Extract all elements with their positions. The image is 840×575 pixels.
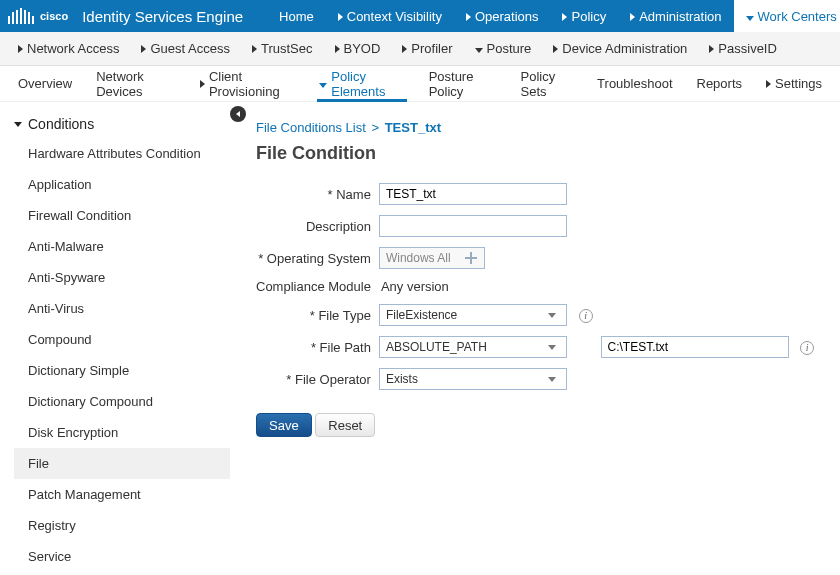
compliance-value: Any version	[379, 279, 449, 294]
topnav-item[interactable]: Operations	[454, 0, 551, 32]
save-button[interactable]: Save	[256, 413, 312, 437]
reset-button[interactable]: Reset	[315, 413, 375, 437]
nav-label: Network Access	[27, 41, 119, 56]
sidebar: Conditions Hardware Attributes Condition…	[0, 102, 240, 575]
nav-label: PassiveID	[718, 41, 777, 56]
subnav-item[interactable]: Device Administration	[553, 41, 687, 56]
sidebar-item[interactable]: Compound	[14, 324, 230, 355]
topnav-item[interactable]: Context Visibility	[326, 0, 454, 32]
chevron-down-icon	[548, 345, 556, 350]
name-input[interactable]	[379, 183, 567, 205]
nav-label: Policy Sets	[521, 69, 574, 99]
sidebar-item[interactable]: Disk Encryption	[14, 417, 230, 448]
chevron-down-icon	[548, 313, 556, 318]
name-label: * Name	[256, 178, 379, 210]
tertiary-nav-item[interactable]: Posture Policy	[429, 66, 497, 101]
caret-right-icon	[553, 41, 562, 56]
sidebar-item[interactable]: Hardware Attributes Condition	[14, 138, 230, 169]
nav-label: Policy	[571, 9, 606, 24]
caret-right-icon	[402, 41, 411, 56]
file-path-value: ABSOLUTE_PATH	[386, 340, 487, 354]
caret-right-icon	[141, 41, 150, 56]
caret-right-icon	[335, 41, 344, 56]
file-operator-value: Exists	[386, 372, 418, 386]
nav-label: Posture Policy	[429, 69, 497, 99]
file-type-value: FileExistence	[386, 308, 457, 322]
top-nav: HomeContext VisibilityOperationsPolicyAd…	[267, 0, 840, 32]
tertiary-nav-item[interactable]: Troubleshoot	[597, 66, 672, 101]
tertiary-nav-item[interactable]: Overview	[18, 66, 72, 101]
subnav-item[interactable]: Network Access	[18, 41, 119, 56]
tertiary-nav-item[interactable]: Policy Sets	[521, 66, 574, 101]
sidebar-item[interactable]: Patch Management	[14, 479, 230, 510]
tertiary-nav-item[interactable]: Settings	[766, 66, 822, 101]
subnav-item[interactable]: PassiveID	[709, 41, 777, 56]
tertiary-nav-bar: OverviewNetwork DevicesClient Provisioni…	[0, 66, 840, 102]
breadcrumb-separator: >	[371, 120, 379, 135]
file-path-select[interactable]: ABSOLUTE_PATH	[379, 336, 567, 358]
description-input[interactable]	[379, 215, 567, 237]
subnav-item[interactable]: Posture	[475, 41, 532, 56]
caret-right-icon	[18, 41, 27, 56]
nav-label: Client Provisioning	[209, 69, 295, 99]
subnav-item[interactable]: Guest Access	[141, 41, 229, 56]
nav-label: Overview	[18, 76, 72, 91]
app-title: Identity Services Engine	[82, 8, 243, 25]
sidebar-list: Hardware Attributes ConditionApplication…	[14, 138, 230, 575]
brand-name: cisco	[40, 10, 68, 22]
caret-right-icon	[338, 9, 347, 24]
nav-label: Context Visibility	[347, 9, 442, 24]
nav-label: Administration	[639, 9, 721, 24]
subnav-item[interactable]: Profiler	[402, 41, 452, 56]
info-icon[interactable]: i	[579, 309, 593, 323]
nav-label: Device Administration	[562, 41, 687, 56]
os-selector[interactable]: Windows All	[379, 247, 485, 269]
button-bar: Save Reset	[256, 413, 824, 437]
breadcrumb-current: TEST_txt	[385, 120, 441, 135]
description-label: Description	[256, 210, 379, 242]
file-operator-select[interactable]: Exists	[379, 368, 567, 390]
caret-down-icon	[746, 9, 758, 24]
info-icon[interactable]: i	[800, 341, 814, 355]
sidebar-item[interactable]: Firewall Condition	[14, 200, 230, 231]
sidebar-item[interactable]: File	[14, 448, 230, 479]
file-type-select[interactable]: FileExistence	[379, 304, 567, 326]
topnav-item[interactable]: Administration	[618, 0, 733, 32]
sidebar-item[interactable]: Dictionary Compound	[14, 386, 230, 417]
sidebar-item[interactable]: Dictionary Simple	[14, 355, 230, 386]
sidebar-item[interactable]: Anti-Spyware	[14, 262, 230, 293]
top-bar: cisco Identity Services Engine HomeConte…	[0, 0, 840, 32]
nav-label: Reports	[697, 76, 743, 91]
sidebar-item[interactable]: Registry	[14, 510, 230, 541]
file-path-input[interactable]	[601, 336, 789, 358]
tertiary-nav-item[interactable]: Client Provisioning	[200, 66, 295, 101]
sidebar-section-title[interactable]: Conditions	[14, 116, 230, 132]
subnav-item[interactable]: BYOD	[335, 41, 381, 56]
topnav-item[interactable]: Policy	[550, 0, 618, 32]
cisco-icon	[8, 8, 34, 24]
topnav-item[interactable]: Home	[267, 0, 326, 32]
sidebar-item[interactable]: Service	[14, 541, 230, 572]
subnav-item[interactable]: TrustSec	[252, 41, 313, 56]
caret-right-icon	[630, 9, 639, 24]
nav-label: TrustSec	[261, 41, 313, 56]
tertiary-nav-item[interactable]: Network Devices	[96, 66, 176, 101]
nav-label: Posture	[487, 41, 532, 56]
breadcrumb-parent-link[interactable]: File Conditions List	[256, 120, 366, 135]
sidebar-item[interactable]: Application	[14, 169, 230, 200]
page-heading: File Condition	[256, 143, 824, 164]
tertiary-nav-item[interactable]: Policy Elements	[319, 66, 404, 101]
file-type-label: * File Type	[256, 299, 379, 331]
os-label: * Operating System	[256, 242, 379, 274]
caret-right-icon	[252, 41, 261, 56]
sidebar-item[interactable]: Anti-Virus	[14, 293, 230, 324]
tertiary-nav-item[interactable]: Reports	[697, 66, 743, 101]
sidebar-item[interactable]: Anti-Malware	[14, 231, 230, 262]
sidebar-collapse-button[interactable]	[230, 106, 246, 122]
caret-right-icon	[562, 9, 571, 24]
nav-label: Troubleshoot	[597, 76, 672, 91]
nav-label: Network Devices	[96, 69, 176, 99]
nav-label: Policy Elements	[331, 69, 404, 99]
os-selected-value: Windows All	[386, 251, 451, 265]
topnav-item[interactable]: Work Centers	[734, 0, 840, 32]
